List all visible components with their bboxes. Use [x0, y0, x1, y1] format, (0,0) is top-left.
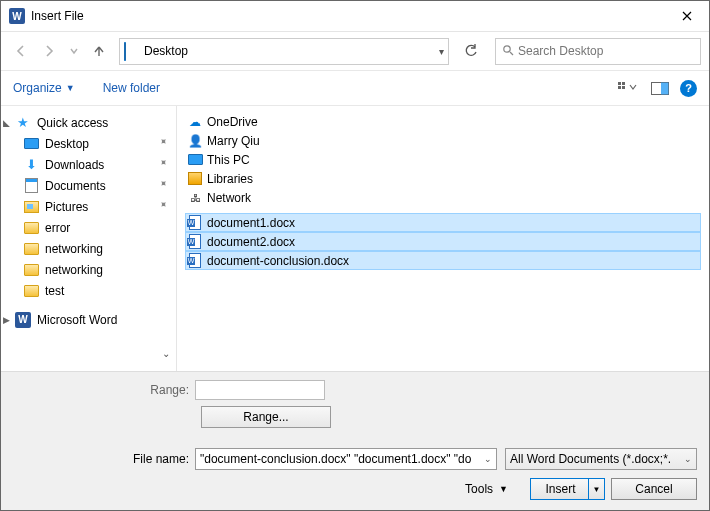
bottom-panel: Range: Range... File name: "document-con…	[1, 371, 709, 510]
range-button[interactable]: Range...	[201, 406, 331, 428]
refresh-button[interactable]	[457, 38, 485, 65]
folder-icon	[23, 262, 39, 278]
desktop-icon	[23, 136, 39, 152]
pin-icon: ✦	[156, 156, 174, 174]
network-icon: 🖧	[187, 190, 203, 206]
new-folder-button[interactable]: New folder	[103, 81, 160, 95]
help-button[interactable]: ?	[680, 80, 697, 97]
file-item[interactable]: document1.docx	[185, 213, 701, 232]
range-input[interactable]	[195, 380, 325, 400]
word-app-icon: W	[9, 8, 25, 24]
sidebar-item-desktop[interactable]: Desktop ✦	[1, 133, 176, 154]
file-location-user[interactable]: 👤 Marry Qiu	[177, 131, 709, 150]
pin-icon: ✦	[156, 135, 174, 153]
file-location-thispc[interactable]: This PC	[177, 150, 709, 169]
folder-icon	[23, 283, 39, 299]
close-button[interactable]	[664, 1, 709, 31]
toolbar: Organize▼ New folder ?	[1, 70, 709, 106]
word-icon: W	[15, 312, 31, 328]
svg-rect-2	[618, 82, 621, 85]
file-location-network[interactable]: 🖧 Network	[177, 188, 709, 207]
sidebar-item-folder[interactable]: error	[1, 217, 176, 238]
recent-locations-button[interactable]	[65, 39, 83, 63]
documents-icon	[23, 178, 39, 194]
svg-point-0	[504, 45, 510, 51]
svg-rect-5	[622, 86, 625, 89]
chevron-down-icon[interactable]: ⌄	[480, 454, 492, 464]
sidebar-quick-access[interactable]: ◣ ★ Quick access	[1, 112, 176, 133]
filename-input[interactable]: "document-conclusion.docx" "document1.do…	[195, 448, 497, 470]
libraries-icon	[187, 171, 203, 187]
search-input[interactable]: Search Desktop	[495, 38, 701, 65]
tools-menu[interactable]: Tools ▼	[465, 482, 508, 496]
svg-rect-7	[661, 82, 669, 94]
user-icon: 👤	[187, 133, 203, 149]
cancel-button[interactable]: Cancel	[611, 478, 697, 500]
insert-file-dialog: W Insert File Desktop ▾	[0, 0, 710, 511]
file-location-onedrive[interactable]: ☁ OneDrive	[177, 112, 709, 131]
back-button[interactable]	[9, 39, 33, 63]
sidebar-item-documents[interactable]: Documents ✦	[1, 175, 176, 196]
expand-caret-icon[interactable]: ▶	[3, 315, 10, 325]
file-list[interactable]: ☁ OneDrive 👤 Marry Qiu This PC Libraries…	[177, 106, 709, 371]
search-icon	[502, 44, 514, 59]
sidebar-item-folder[interactable]: networking	[1, 259, 176, 280]
preview-pane-button[interactable]	[648, 79, 672, 97]
chevron-down-icon: ▼	[499, 484, 508, 494]
file-item[interactable]: document2.docx	[185, 232, 701, 251]
folder-icon	[23, 220, 39, 236]
search-placeholder: Search Desktop	[518, 44, 603, 58]
pin-icon: ✦	[156, 177, 174, 195]
up-button[interactable]	[87, 39, 111, 63]
nav-row: Desktop ▾ Search Desktop	[1, 32, 709, 70]
dialog-body: ◣ ★ Quick access Desktop ✦ ⬇ Downloads ✦…	[1, 106, 709, 371]
file-type-select[interactable]: All Word Documents (*.docx;*. ⌄	[505, 448, 697, 470]
sidebar-item-folder[interactable]: test	[1, 280, 176, 301]
quick-access-icon: ★	[15, 115, 31, 131]
sidebar-item-folder[interactable]: networking	[1, 238, 176, 259]
onedrive-icon: ☁	[187, 114, 203, 130]
file-item[interactable]: document-conclusion.docx	[185, 251, 701, 270]
organize-menu[interactable]: Organize▼	[13, 81, 75, 95]
pin-icon: ✦	[156, 198, 174, 216]
view-options-button[interactable]	[616, 79, 640, 97]
svg-line-1	[510, 52, 513, 55]
sidebar-item-pictures[interactable]: Pictures ✦	[1, 196, 176, 217]
nav-sidebar: ◣ ★ Quick access Desktop ✦ ⬇ Downloads ✦…	[1, 106, 176, 371]
chevron-down-icon: ▼	[66, 83, 75, 93]
filename-label: File name:	[13, 452, 195, 466]
range-label: Range:	[13, 383, 195, 397]
chevron-down-icon[interactable]: ▾	[439, 46, 444, 57]
forward-button[interactable]	[37, 39, 61, 63]
svg-rect-3	[622, 82, 625, 85]
insert-button[interactable]: Insert ▼	[530, 478, 605, 500]
word-doc-icon	[187, 215, 203, 231]
titlebar: W Insert File	[1, 1, 709, 32]
location-text: Desktop	[144, 44, 439, 58]
location-breadcrumb[interactable]: Desktop ▾	[119, 38, 449, 65]
desktop-icon	[124, 43, 140, 59]
word-doc-icon	[187, 253, 203, 269]
chevron-down-icon[interactable]: ⌄	[684, 454, 692, 464]
this-pc-icon	[187, 152, 203, 168]
folder-icon	[23, 241, 39, 257]
sidebar-scroll-down[interactable]: ⌄	[158, 345, 174, 361]
sidebar-item-downloads[interactable]: ⬇ Downloads ✦	[1, 154, 176, 175]
window-title: Insert File	[31, 9, 664, 23]
word-doc-icon	[187, 234, 203, 250]
insert-split-dropdown[interactable]: ▼	[588, 479, 604, 499]
downloads-icon: ⬇	[23, 157, 39, 173]
expand-caret-icon[interactable]: ◣	[3, 118, 10, 128]
file-location-libraries[interactable]: Libraries	[177, 169, 709, 188]
pictures-icon	[23, 199, 39, 215]
svg-rect-4	[618, 86, 621, 89]
sidebar-microsoft-word[interactable]: ▶ W Microsoft Word	[1, 309, 176, 330]
